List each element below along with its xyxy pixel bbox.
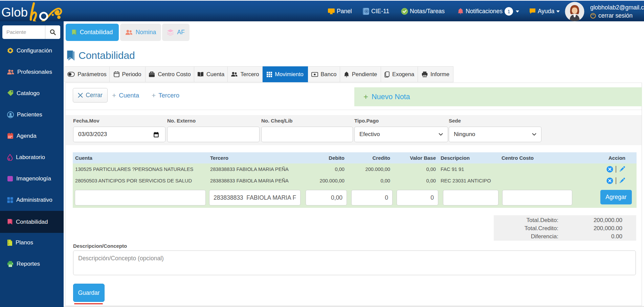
svg-text:P: P xyxy=(8,243,9,245)
svg-text:Glob: Glob xyxy=(1,5,28,19)
